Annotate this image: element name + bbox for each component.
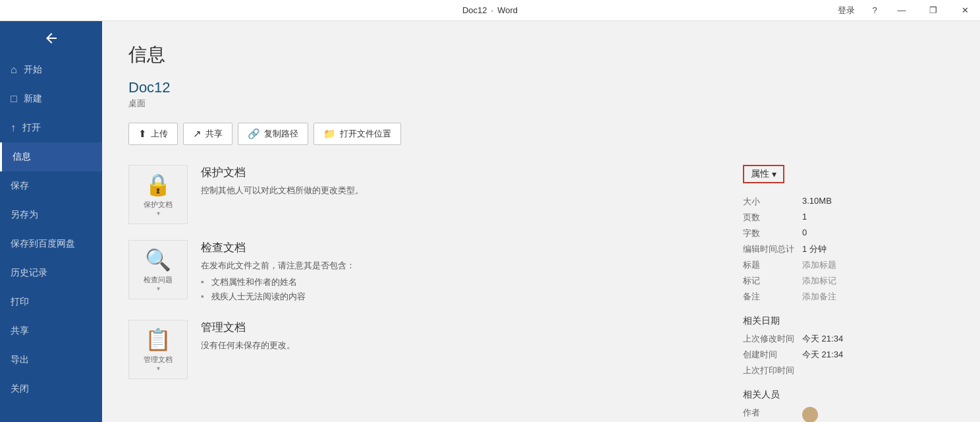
related-dates-title: 相关日期 <box>743 315 954 327</box>
prop-label-author: 作者 <box>743 407 802 422</box>
minimize-button[interactable]: — <box>886 0 917 21</box>
prop-value-title[interactable]: 添加标题 <box>802 259 836 271</box>
prop-row-words: 字数 0 <box>743 226 954 241</box>
prop-label-modified: 上次修改时间 <box>743 333 802 345</box>
prop-row-title: 标题 添加标题 <box>743 257 954 273</box>
prop-row-pages: 页数 1 <box>743 210 954 226</box>
titlebar-separator: · <box>491 5 494 15</box>
prop-row-printed: 上次打印时间 <box>743 363 954 378</box>
protect-title: 保护文档 <box>201 165 364 180</box>
main-layout: ⌂ 开始 □ 新建 ↑ 打开 信息 保存 另存为 保存到百度网盘 历史记录 打印 <box>0 21 980 422</box>
prop-value-created: 今天 21:34 <box>802 349 843 361</box>
sidebar-item-info[interactable]: 信息 <box>0 142 102 171</box>
related-dates-table: 上次修改时间 今天 21:34 创建时间 今天 21:34 上次打印时间 <box>743 331 954 378</box>
inspect-icon-box[interactable]: 🔍 检查问题 ▾ <box>128 240 188 299</box>
inspect-icon: 🔍 <box>145 247 171 272</box>
open-location-button[interactable]: 📁 打开文件位置 <box>313 123 401 145</box>
properties-title: 属性 <box>751 168 769 180</box>
copy-path-button[interactable]: 🔗 复制路径 <box>238 123 308 145</box>
manage-desc: 没有任何未保存的更改。 <box>201 339 295 352</box>
protect-desc: 控制其他人可以对此文档所做的更改类型。 <box>201 184 364 197</box>
prop-value-tag[interactable]: 添加标记 <box>802 275 836 287</box>
titlebar: Doc12 · Word 登录 ? — ❐ ✕ <box>0 0 980 21</box>
related-people-table: 作者 <box>743 405 954 422</box>
inspect-list-item-2: 残疾人士无法阅读的内容 <box>201 289 355 304</box>
upload-icon: ⬆ <box>138 128 147 140</box>
properties-title-box[interactable]: 属性 ▾ <box>743 165 784 183</box>
copy-path-label: 复制路径 <box>264 128 298 140</box>
prop-label-edittime: 编辑时间总计 <box>743 243 802 255</box>
sidebar-item-label-print: 打印 <box>11 296 29 308</box>
share-icon: ↗ <box>193 128 202 140</box>
sidebar-item-export[interactable]: 导出 <box>0 346 102 375</box>
section-protect: 🔒 保护文档 ▾ 保护文档 控制其他人可以对此文档所做的更改类型。 <box>128 165 717 224</box>
document-name: Doc12 <box>128 79 954 96</box>
prop-label-words: 字数 <box>743 227 802 239</box>
prop-label-pages: 页数 <box>743 212 802 224</box>
prop-label-size: 大小 <box>743 196 802 208</box>
folder-icon: 📁 <box>323 128 336 140</box>
lock-icon: 🔒 <box>145 172 171 197</box>
prop-row-created: 创建时间 今天 21:34 <box>743 347 954 363</box>
sidebar-item-close[interactable]: 关闭 <box>0 375 102 404</box>
sidebar-item-print[interactable]: 打印 <box>0 287 102 316</box>
inspect-desc: 在发布此文件之前，请注意其是否包含： <box>201 259 355 272</box>
sidebar-item-open[interactable]: ↑ 打开 <box>0 113 102 142</box>
sidebar-item-save[interactable]: 保存 <box>0 171 102 200</box>
close-button[interactable]: ✕ <box>950 0 980 21</box>
protect-content: 保护文档 控制其他人可以对此文档所做的更改类型。 <box>201 165 364 197</box>
prop-label-comment: 备注 <box>743 291 802 303</box>
manage-icon-box[interactable]: 📋 管理文档 ▾ <box>128 320 188 379</box>
sidebar-item-new[interactable]: □ 新建 <box>0 84 102 113</box>
action-buttons-bar: ⬆ 上传 ↗ 共享 🔗 复制路径 📁 打开文件位置 <box>128 123 954 145</box>
sidebar-item-savebaidu[interactable]: 保存到百度网盘 <box>0 229 102 258</box>
sections-panel: 🔒 保护文档 ▾ 保护文档 控制其他人可以对此文档所做的更改类型。 🔍 检查问题… <box>128 165 954 422</box>
prop-value-comment[interactable]: 添加备注 <box>802 291 836 303</box>
properties-table: 大小 3.10MB 页数 1 字数 0 编辑时间总计 1 分钟 <box>743 194 954 305</box>
maximize-button[interactable]: ❐ <box>918 0 948 21</box>
upload-button[interactable]: ⬆ 上传 <box>128 123 178 145</box>
link-icon: 🔗 <box>248 128 260 140</box>
manage-icon-arrow: ▾ <box>157 365 160 372</box>
prop-row-edittime: 编辑时间总计 1 分钟 <box>743 241 954 257</box>
titlebar-controls: 登录 ? — ❐ ✕ <box>830 0 980 21</box>
page-title: 信息 <box>128 42 954 67</box>
back-icon <box>43 30 59 46</box>
prop-value-pages: 1 <box>802 212 807 224</box>
new-icon: □ <box>11 93 17 105</box>
manage-title: 管理文档 <box>201 320 295 335</box>
manage-icon-label: 管理文档 <box>144 355 173 365</box>
help-button[interactable]: ? <box>864 0 885 21</box>
manage-content: 管理文档 没有任何未保存的更改。 <box>201 320 295 352</box>
section-inspect: 🔍 检查问题 ▾ 检查文档 在发布此文件之前，请注意其是否包含： 文档属性和作者… <box>128 240 717 304</box>
sidebar-item-label-new: 新建 <box>24 93 42 105</box>
login-button[interactable]: 登录 <box>830 5 863 16</box>
sidebar-item-label-share: 共享 <box>11 325 29 337</box>
share-label: 共享 <box>205 128 223 140</box>
protect-icon-box[interactable]: 🔒 保护文档 ▾ <box>128 165 188 224</box>
sidebar-item-saveas[interactable]: 另存为 <box>0 200 102 229</box>
sidebar-item-history[interactable]: 历史记录 <box>0 258 102 287</box>
inspect-content: 检查文档 在发布此文件之前，请注意其是否包含： 文档属性和作者的姓名 残疾人士无… <box>201 240 355 304</box>
properties-header: 属性 ▾ <box>743 165 954 183</box>
sidebar-item-label-open: 打开 <box>22 122 41 134</box>
sidebar-item-start[interactable]: ⌂ 开始 <box>0 55 102 84</box>
sidebar-item-share[interactable]: 共享 <box>0 316 102 346</box>
home-icon: ⌂ <box>11 64 17 76</box>
sidebar-item-label-start: 开始 <box>24 64 42 76</box>
prop-row-tag: 标记 添加标记 <box>743 273 954 289</box>
properties-chevron: ▾ <box>772 169 776 179</box>
protect-icon-label: 保护文档 <box>144 200 173 210</box>
prop-row-comment: 备注 添加备注 <box>743 289 954 305</box>
upload-label: 上传 <box>151 128 168 140</box>
sections-list: 🔒 保护文档 ▾ 保护文档 控制其他人可以对此文档所做的更改类型。 🔍 检查问题… <box>128 165 717 422</box>
sidebar-item-label-saveas: 另存为 <box>11 209 38 221</box>
sidebar-item-label-export: 导出 <box>11 354 29 366</box>
share-button[interactable]: ↗ 共享 <box>183 123 232 145</box>
prop-value-author <box>802 407 818 422</box>
sidebar-item-label-save: 保存 <box>11 180 29 192</box>
sidebar-back-button[interactable] <box>0 21 102 55</box>
section-manage: 📋 管理文档 ▾ 管理文档 没有任何未保存的更改。 <box>128 320 717 379</box>
prop-row-size: 大小 3.10MB <box>743 194 954 210</box>
prop-value-edittime: 1 分钟 <box>802 243 827 255</box>
